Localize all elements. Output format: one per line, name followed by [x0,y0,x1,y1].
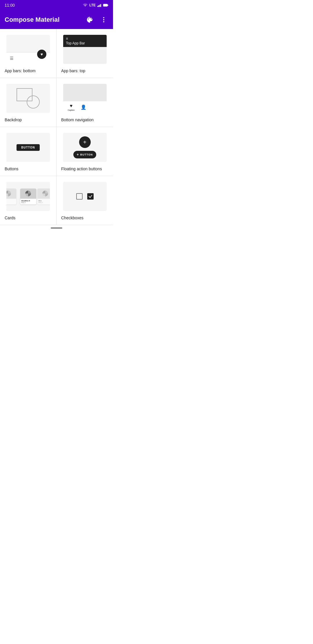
svg-point-7 [103,19,104,20]
backdrop-label: Backdrop [5,117,52,122]
top-app-bar-preview: ≡ Top App Bar [63,35,107,64]
preview-fab: + + BUTTON [63,133,107,162]
card-body-3: Body 2 [39,202,50,203]
svg-rect-3 [101,4,101,7]
card-body-1: Body 2 [6,202,15,203]
cards-preview: 5 Body 2 [6,182,50,211]
top-bar-light [63,47,107,64]
bottom-navigation-label: Bottom navigation [61,117,108,122]
fab-extended-plus-icon: + [77,153,79,157]
bottom-app-bar-preview: ☰ ♥ [6,35,50,64]
palette-icon [86,16,93,23]
card-image-2 [20,189,36,199]
top-bar-dark: ≡ Top App Bar [63,35,107,47]
fab-extended-label: BUTTON [80,153,93,156]
app-bar: Compose Material [0,10,113,29]
bottom-nav-preview: ♥ Caption 👤 [63,84,107,113]
scroll-bar [51,227,62,229]
card-body-2: Body 2 [21,202,35,203]
wifi-icon [83,3,88,7]
checkmark-icon [88,194,92,198]
bottom-bar: ☰ ♥ [6,52,50,64]
preview-bottom-navigation: ♥ Caption 👤 [63,84,107,113]
scroll-indicator [0,225,113,231]
card-chart-icon-3 [42,191,48,196]
preview-buttons: BUTTON [6,133,50,162]
backdrop-shapes [17,88,40,108]
grid-item-app-bars-top[interactable]: ≡ Top App Bar App bars: top [57,29,113,78]
fab-extended-preview: + BUTTON [73,151,96,158]
palette-button[interactable] [85,15,94,24]
fab-circle-preview: + [79,136,91,148]
status-bar: 11:00 LTE [0,0,113,10]
app-bar-title: Compose Material [5,16,85,23]
shape-circle [27,95,40,108]
top-bar-title-text: Top App Bar [66,41,104,45]
nav-heart-icon: ♥ [70,103,73,108]
fab-plus-icon: + [83,139,87,146]
lte-icon: LTE [89,3,96,7]
app-bars-top-label: App bars: top [61,68,108,73]
fab-heart: ♥ [37,50,46,59]
card-image-1 [6,189,16,199]
buttons-label: Buttons [5,167,52,171]
fab-preview: + + BUTTON [63,133,107,162]
svg-rect-5 [108,5,108,6]
checkbox-checked [87,193,94,200]
grid-item-fab[interactable]: + + BUTTON Floating action buttons [57,127,113,176]
grid-item-bottom-navigation[interactable]: ♥ Caption 👤 Bottom navigation [57,78,113,127]
checkboxes-label: Checkboxes [61,216,108,220]
svg-rect-4 [103,4,108,6]
status-time: 11:00 [5,3,15,8]
svg-rect-0 [97,6,98,7]
svg-point-8 [103,21,104,22]
preview-checkboxes [63,182,107,211]
card-content-1: 5 Body 2 [6,199,16,205]
battery-icon [103,3,108,7]
more-vert-icon [100,16,107,23]
card-content-3: Hea Body 2 [37,199,50,205]
button-preview-label: BUTTON [17,144,39,151]
hamburger-icon: ☰ [10,56,14,61]
nav-caption-text: Caption [68,109,75,111]
fab-label: Floating action buttons [61,167,108,171]
svg-rect-2 [99,5,100,7]
card-item-2: Headline 6 Body 2 [20,189,36,205]
card-item-3: Hea Body 2 [37,189,50,205]
preview-backdrop [6,84,50,113]
app-bar-actions [85,15,108,24]
card-chart-icon-1 [6,191,11,196]
cards-label: Cards [5,216,52,220]
signal-icon [97,3,101,7]
bottom-nav-content-area [63,84,107,101]
card-content-2: Headline 6 Body 2 [20,199,36,205]
grid-item-checkboxes[interactable]: Checkboxes [57,176,113,225]
bottom-nav-bar: ♥ Caption 👤 [63,101,107,113]
grid-item-cards[interactable]: 5 Body 2 [0,176,57,225]
backdrop-preview [6,84,50,113]
top-bar-menu-icon: ≡ [66,37,104,41]
preview-cards: 5 Body 2 [6,182,50,211]
svg-point-6 [103,17,104,18]
card-item-1: 5 Body 2 [6,189,16,205]
more-options-button[interactable] [99,15,108,24]
components-grid: ☰ ♥ App bars: bottom ≡ Top App Bar App b… [0,29,113,225]
grid-item-app-bars-bottom[interactable]: ☰ ♥ App bars: bottom [0,29,57,78]
nav-item-person: 👤 [81,104,86,110]
checkbox-unchecked [76,193,83,200]
heart-icon: ♥ [41,52,43,57]
checkboxes-preview [63,182,107,211]
card-image-3 [37,189,50,199]
nav-item-heart: ♥ Caption [68,103,75,111]
svg-rect-1 [99,5,99,7]
buttons-preview: BUTTON [6,133,50,162]
card-chart-icon-2 [25,191,31,196]
app-bars-bottom-label: App bars: bottom [5,68,52,73]
status-icons: LTE [83,3,108,7]
grid-item-buttons[interactable]: BUTTON Buttons [0,127,57,176]
grid-item-backdrop[interactable]: Backdrop [0,78,57,127]
preview-app-bars-bottom: ☰ ♥ [6,35,50,64]
nav-person-icon: 👤 [81,104,86,110]
cards-strip: 5 Body 2 [6,189,50,205]
preview-app-bars-top: ≡ Top App Bar [63,35,107,64]
